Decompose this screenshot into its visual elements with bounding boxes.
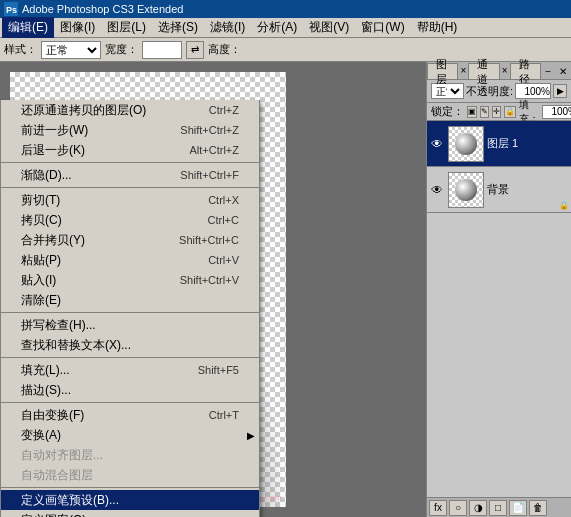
lock-pixels-btn[interactable]: ✎ <box>480 106 489 118</box>
layers-panel: 图层 × 通道 × 路径 − ✕ 正常 不透明度: ▶ 锁定： ▣ ✎ <box>426 62 571 517</box>
menu-bar: 编辑(E) 图像(I) 图层(L) 选择(S) 滤镜(I) 分析(A) 视图(V… <box>0 18 571 38</box>
lock-position-btn[interactable]: ✛ <box>492 106 501 118</box>
layer-item-layer1[interactable]: 👁 图层 1 <box>427 121 571 167</box>
lock-all-btn[interactable]: 🔒 <box>504 106 516 118</box>
sep2 <box>1 187 259 188</box>
tab-sep-2: × <box>500 65 510 76</box>
menu-view[interactable]: 视图(V) <box>303 17 355 38</box>
layer1-name: 图层 1 <box>487 136 569 151</box>
lock-label: 锁定： <box>431 104 464 119</box>
menu-definebrush[interactable]: 定义画笔预设(B)... <box>1 490 259 510</box>
sep5 <box>1 402 259 403</box>
delete-layer-btn[interactable]: 🗑 <box>529 500 547 516</box>
menu-image[interactable]: 图像(I) <box>54 17 101 38</box>
background-name: 背景 <box>487 182 569 197</box>
menu-autoblend: 自动混合图层 <box>1 465 259 485</box>
title-bar: Ps Adobe Photoshop CS3 Extended <box>0 0 571 18</box>
fill-input[interactable] <box>542 105 571 119</box>
sep6 <box>1 487 259 488</box>
new-group-btn[interactable]: □ <box>489 500 507 516</box>
menu-paste[interactable]: 粘贴(P) Ctrl+V <box>1 250 259 270</box>
panel-collapse-btn[interactable]: − <box>541 64 555 79</box>
lock-transparent-btn[interactable]: ▣ <box>467 106 477 118</box>
sep3 <box>1 312 259 313</box>
menu-spell[interactable]: 拼写检查(H)... <box>1 315 259 335</box>
sep4 <box>1 357 259 358</box>
menu-stroke[interactable]: 描边(S)... <box>1 380 259 400</box>
background-lock-icon: 🔒 <box>559 201 569 210</box>
menu-definepattern[interactable]: 定义图案(Q)... <box>1 510 259 517</box>
tab-layers[interactable]: 图层 <box>427 63 458 79</box>
blend-row: 正常 不透明度: ▶ <box>431 82 567 100</box>
layer-mask-btn[interactable]: ○ <box>449 500 467 516</box>
layer1-thumb-circle <box>455 133 477 155</box>
background-thumb-circle <box>455 179 477 201</box>
swap-btn[interactable]: ⇄ <box>186 41 204 59</box>
adjustment-layer-btn[interactable]: ◑ <box>469 500 487 516</box>
panel-bottom-bar: fx ○ ◑ □ 📄 🗑 <box>427 497 571 517</box>
menu-layer[interactable]: 图层(L) <box>101 17 152 38</box>
layer-item-background[interactable]: 👁 背景 🔒 <box>427 167 571 213</box>
menu-analysis[interactable]: 分析(A) <box>251 17 303 38</box>
menu-fill[interactable]: 填充(L)... Shift+F5 <box>1 360 259 380</box>
sep1 <box>1 162 259 163</box>
opacity-label: 不透明度: <box>466 84 513 99</box>
menu-filter[interactable]: 滤镜(I) <box>204 17 251 38</box>
style-select[interactable]: 正常 <box>41 41 101 59</box>
opacity-arrow-btn[interactable]: ▶ <box>553 84 567 98</box>
edit-dropdown-menu: 还原通道拷贝的图层(O) Ctrl+Z 前进一步(W) Shift+Ctrl+Z… <box>0 100 260 517</box>
lock-row: 锁定： ▣ ✎ ✛ 🔒 填充： ▶ <box>427 103 571 121</box>
layer1-thumbnail <box>448 126 484 162</box>
layer1-visibility-toggle[interactable]: 👁 <box>429 136 445 152</box>
tab-sep-1: × <box>458 65 468 76</box>
tab-channels[interactable]: 通道 <box>468 63 499 79</box>
menu-freetransform[interactable]: 自由变换(F) Ctrl+T <box>1 405 259 425</box>
background-thumbnail <box>448 172 484 208</box>
svg-text:Ps: Ps <box>6 5 17 15</box>
menu-edit[interactable]: 编辑(E) <box>2 17 54 38</box>
menu-stepback[interactable]: 后退一步(K) Alt+Ctrl+Z <box>1 140 259 160</box>
width-label: 宽度： <box>105 42 138 57</box>
menu-autoalign: 自动对齐图层... <box>1 445 259 465</box>
ps-app-icon: Ps <box>4 2 18 16</box>
menu-window[interactable]: 窗口(W) <box>355 17 410 38</box>
main-area: www.jcwcn.com 图层 × 通道 × 路径 − ✕ 正常 不透明度: … <box>0 62 571 517</box>
background-visibility-toggle[interactable]: 👁 <box>429 182 445 198</box>
height-label: 高度： <box>208 42 241 57</box>
layer-style-btn[interactable]: fx <box>429 500 447 516</box>
menu-transform[interactable]: 变换(A) ▶ <box>1 425 259 445</box>
menu-copy[interactable]: 拷贝(C) Ctrl+C <box>1 210 259 230</box>
menu-restore[interactable]: 还原通道拷贝的图层(O) Ctrl+Z <box>1 100 259 120</box>
menu-stepforward[interactable]: 前进一步(W) Shift+Ctrl+Z <box>1 120 259 140</box>
menu-copymerge[interactable]: 合并拷贝(Y) Shift+Ctrl+C <box>1 230 259 250</box>
menu-select[interactable]: 选择(S) <box>152 17 204 38</box>
width-input[interactable] <box>142 41 182 59</box>
new-layer-btn[interactable]: 📄 <box>509 500 527 516</box>
transform-arrow-icon: ▶ <box>247 430 255 441</box>
title-text: Adobe Photoshop CS3 Extended <box>22 3 183 15</box>
panel-close-btn[interactable]: ✕ <box>555 64 571 79</box>
menu-pastein[interactable]: 贴入(I) Shift+Ctrl+V <box>1 270 259 290</box>
menu-help[interactable]: 帮助(H) <box>411 17 464 38</box>
menu-clear[interactable]: 清除(E) <box>1 290 259 310</box>
layer-list: 👁 图层 1 👁 背景 🔒 <box>427 121 571 497</box>
menu-cut[interactable]: 剪切(T) Ctrl+X <box>1 190 259 210</box>
panel-tabs: 图层 × 通道 × 路径 − ✕ <box>427 62 571 80</box>
tab-paths[interactable]: 路径 <box>510 63 541 79</box>
menu-fade[interactable]: 渐隐(D)... Shift+Ctrl+F <box>1 165 259 185</box>
style-label: 样式： <box>4 42 37 57</box>
menu-findreplace[interactable]: 查找和替换文本(X)... <box>1 335 259 355</box>
